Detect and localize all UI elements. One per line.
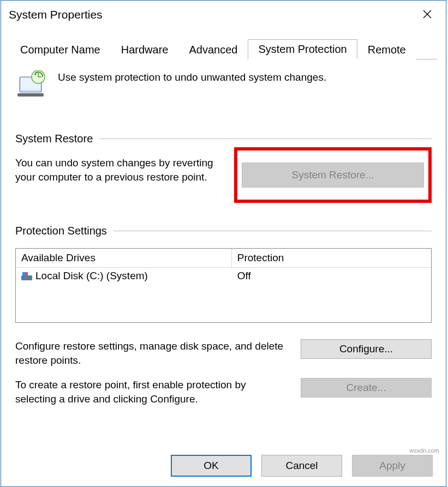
column-header-protection[interactable]: Protection — [232, 249, 431, 267]
group-title-protection: Protection Settings — [15, 225, 107, 237]
titlebar: System Properties — [1, 1, 446, 27]
drives-table: Available Drives Protection — [15, 248, 432, 323]
system-restore-button[interactable]: System Restore... — [242, 163, 424, 188]
drive-row[interactable]: Local Disk (C:) (System) Off — [16, 268, 431, 284]
system-properties-window: System Properties Computer Name Hardware… — [1, 0, 446, 487]
column-header-drives[interactable]: Available Drives — [16, 249, 232, 267]
tabs-bar: Computer Name Hardware Advanced System P… — [10, 39, 437, 59]
tab-panel-system-protection: Use system protection to undo unwanted s… — [1, 59, 446, 434]
window-title: System Properties — [9, 8, 103, 21]
watermark-source: wsxdn.com — [409, 447, 439, 454]
configure-button[interactable]: Configure... — [301, 339, 432, 359]
svg-rect-8 — [22, 272, 26, 275]
restore-description: You can undo system changes by reverting… — [15, 156, 225, 184]
tab-computer-name[interactable]: Computer Name — [10, 40, 111, 59]
divider — [99, 139, 432, 139]
close-button[interactable] — [416, 9, 438, 21]
drive-protection-status: Off — [232, 268, 431, 284]
drive-name: Local Disk (C:) (System) — [35, 270, 148, 282]
intro-text: Use system protection to undo unwanted s… — [58, 70, 326, 83]
tab-advanced[interactable]: Advanced — [178, 40, 248, 59]
divider — [114, 231, 432, 231]
drives-body: Local Disk (C:) (System) Off — [16, 268, 431, 322]
intro-row: Use system protection to undo unwanted s… — [15, 70, 432, 102]
svg-rect-7 — [21, 275, 32, 280]
ok-button[interactable]: OK — [171, 455, 252, 477]
drives-header: Available Drives Protection — [16, 249, 431, 268]
tab-hardware[interactable]: Hardware — [111, 40, 179, 59]
svg-rect-9 — [26, 272, 28, 275]
group-title-restore: System Restore — [15, 133, 93, 145]
close-icon — [423, 10, 432, 19]
dialog-buttons: OK Cancel Apply — [171, 455, 433, 477]
tab-system-protection[interactable]: System Protection — [248, 39, 357, 59]
disk-icon — [21, 272, 32, 280]
group-protection-settings: Protection Settings Available Drives Pro… — [15, 225, 432, 406]
create-button[interactable]: Create... — [301, 378, 432, 398]
configure-description: Configure restore settings, manage disk … — [15, 339, 289, 367]
tab-remote[interactable]: Remote — [357, 40, 416, 59]
system-protection-icon — [15, 70, 47, 102]
apply-button[interactable]: Apply — [352, 455, 433, 477]
svg-rect-4 — [17, 93, 44, 97]
cancel-button[interactable]: Cancel — [261, 455, 342, 477]
create-description: To create a restore point, first enable … — [15, 378, 289, 406]
annotation-highlight: System Restore... — [234, 147, 432, 203]
group-system-restore: System Restore You can undo system chang… — [15, 133, 432, 203]
